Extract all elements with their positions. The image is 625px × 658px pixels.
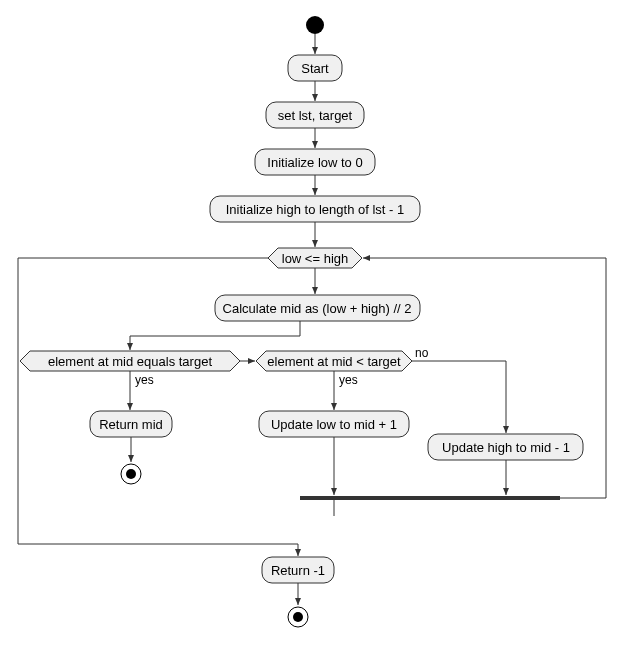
- lt-condition-label: element at mid < target: [267, 354, 401, 369]
- eq-condition-label: element at mid equals target: [48, 354, 212, 369]
- set-label: set lst, target: [278, 108, 353, 123]
- update-high-label: Update high to mid - 1: [442, 440, 570, 455]
- edge: [130, 321, 300, 350]
- return-neg1-label: Return -1: [271, 563, 325, 578]
- calc-mid-label: Calculate mid as (low + high) // 2: [223, 301, 412, 316]
- init-high-label: Initialize high to length of lst - 1: [226, 202, 405, 217]
- loop-back-edge: [363, 258, 606, 498]
- start-label: Start: [301, 61, 329, 76]
- init-low-label: Initialize low to 0: [267, 155, 362, 170]
- loop-condition-label: low <= high: [282, 251, 349, 266]
- yes-label-1: yes: [135, 373, 154, 387]
- return-mid-label: Return mid: [99, 417, 163, 432]
- yes-label-2: yes: [339, 373, 358, 387]
- initial-node: [306, 16, 324, 34]
- update-low-label: Update low to mid + 1: [271, 417, 397, 432]
- merge-bar: [300, 496, 560, 500]
- flowchart-diagram: Start set lst, target Initialize low to …: [0, 0, 625, 658]
- end-node-2-inner: [293, 612, 303, 622]
- edge: [412, 361, 506, 433]
- end-node-1-inner: [126, 469, 136, 479]
- no-label: no: [415, 346, 429, 360]
